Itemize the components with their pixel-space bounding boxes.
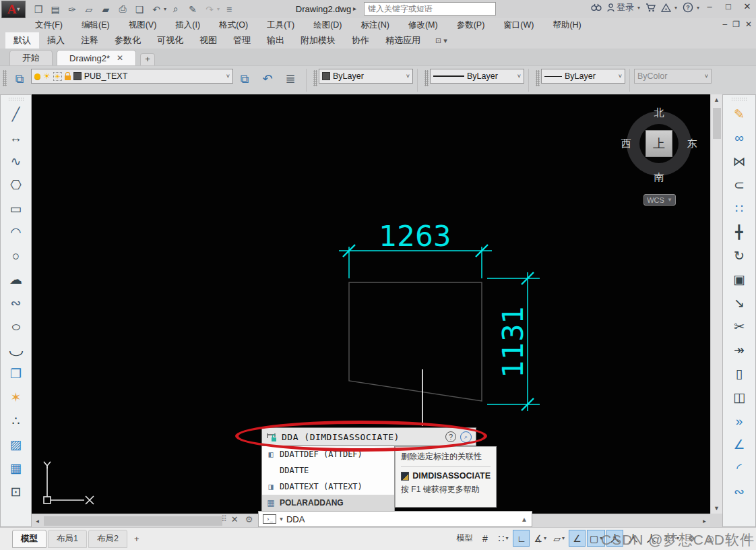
polyline-tool[interactable]: ∿ bbox=[3, 150, 29, 173]
toolbar-drag-handle[interactable] bbox=[731, 97, 747, 101]
horizontal-scroll-thumb[interactable] bbox=[44, 516, 222, 526]
ribbon-tab-parametric[interactable]: 参数化 bbox=[106, 32, 149, 49]
undo-caret-icon[interactable]: ▾ bbox=[164, 6, 166, 12]
scroll-left-icon[interactable]: ◂ bbox=[32, 518, 43, 524]
redo-caret-icon[interactable]: ▾ bbox=[217, 6, 220, 12]
ribbon-tab-collaborate[interactable]: 协作 bbox=[344, 32, 377, 49]
polygon-tool[interactable]: ⎔ bbox=[3, 173, 29, 197]
ribbon-tab-insert[interactable]: 插入 bbox=[39, 32, 73, 49]
rectangle-tool[interactable]: ▭ bbox=[3, 197, 29, 220]
annotation-visibility-icon[interactable]: 人 bbox=[606, 530, 623, 547]
close-button[interactable]: ✕ bbox=[741, 1, 753, 11]
point-tool[interactable]: ∴ bbox=[3, 409, 29, 433]
lineweight-caret-icon[interactable]: ˅ bbox=[619, 73, 622, 80]
erase-tool[interactable]: ✎ bbox=[726, 102, 752, 126]
layer-properties-icon[interactable]: ≣ bbox=[279, 69, 302, 89]
blend-curves-tool[interactable]: ∾ bbox=[726, 480, 752, 503]
menu-help[interactable]: 帮助(H) bbox=[553, 20, 581, 31]
menu-insert[interactable]: 插入(I) bbox=[175, 20, 200, 31]
iso-caret-icon[interactable]: ▾ bbox=[562, 535, 565, 541]
suggestion-ddattdef[interactable]: ◧ DDATTDEF (ATTDEF) bbox=[262, 446, 394, 462]
sign-in-caret-icon[interactable]: ▾ bbox=[637, 5, 640, 11]
menu-parametric[interactable]: 参数(P) bbox=[457, 20, 485, 31]
app-store-cart-icon[interactable] bbox=[645, 3, 656, 12]
ribbon-tab-visualize[interactable]: 可视化 bbox=[149, 32, 191, 49]
model-paper-toggle[interactable]: 模型 bbox=[453, 530, 475, 547]
circle-tool[interactable]: ○ bbox=[3, 244, 29, 268]
open-from-mobile-icon[interactable]: ▱ bbox=[82, 3, 96, 16]
isolate-layer-icon[interactable]: ⧉ bbox=[233, 69, 256, 89]
app-menu-button[interactable]: A▾ bbox=[1, 1, 26, 18]
command-bar-customize-icon[interactable]: ⚙ bbox=[245, 514, 253, 524]
chamfer-tool[interactable]: ∠ bbox=[726, 433, 752, 456]
vertical-scroll-thumb[interactable] bbox=[713, 108, 721, 139]
line-tool[interactable]: ╱ bbox=[3, 102, 29, 126]
elliptical-arc-tool[interactable]: ◡ bbox=[0, 338, 34, 362]
command-history-icon[interactable]: ▲ bbox=[521, 516, 528, 523]
command-suggestion-selected[interactable]: DDA (DIMDISASSOCIATE) ? ⌕ bbox=[261, 427, 476, 446]
lineweight-dropdown[interactable]: ByLayer ˅ bbox=[541, 69, 625, 84]
menu-format[interactable]: 格式(O) bbox=[219, 20, 248, 31]
linetype-caret-icon[interactable]: ˅ bbox=[517, 73, 521, 80]
layer-panel-icon[interactable]: ⧉ bbox=[8, 69, 31, 89]
ribbon-tab-featured-apps[interactable]: 精选应用 bbox=[377, 32, 429, 49]
help-caret-icon[interactable]: ▾ bbox=[697, 5, 699, 11]
toolbar-grip[interactable] bbox=[424, 70, 429, 86]
extend-tool[interactable]: ↠ bbox=[726, 338, 752, 362]
sign-in-button[interactable]: 登录 bbox=[607, 1, 634, 13]
array-tool[interactable]: ∷ bbox=[726, 197, 752, 220]
undo-icon[interactable]: ↶ bbox=[149, 3, 164, 16]
menu-tools[interactable]: 工具(T) bbox=[267, 20, 294, 31]
spline-tool[interactable]: ∾ bbox=[3, 291, 29, 315]
open-file-icon[interactable]: ❒ bbox=[31, 3, 46, 16]
page-edit-icon[interactable]: ✎ bbox=[185, 3, 200, 16]
dimension-1263-text[interactable]: 1263 bbox=[379, 220, 451, 253]
object-snap-icon[interactable]: ▢▾ bbox=[587, 530, 605, 547]
qat-customize-icon[interactable]: ≡ bbox=[222, 3, 237, 16]
viewcube-top-face[interactable]: 上 bbox=[645, 130, 672, 157]
scroll-up-icon[interactable]: ▲ bbox=[714, 94, 720, 105]
customization-icon[interactable]: ≡ bbox=[738, 530, 755, 547]
menu-file[interactable]: 文件(F) bbox=[35, 20, 63, 31]
viewcube-north-label[interactable]: 北 bbox=[654, 106, 664, 119]
construction-line-tool[interactable]: ↔ bbox=[3, 126, 29, 150]
isometric-drafting-icon[interactable]: ▱▾ bbox=[550, 530, 567, 547]
dimension-1131-text[interactable]: 1131 bbox=[497, 306, 530, 378]
redo-icon[interactable]: ↷ bbox=[202, 3, 217, 16]
suggestion-polaraddang[interactable]: ▦ POLARADDANG bbox=[262, 495, 394, 511]
scroll-right-icon[interactable]: ▸ bbox=[699, 518, 710, 524]
layout-tab-layout2[interactable]: 布局2 bbox=[88, 530, 127, 548]
ribbon-minimize-toggle[interactable]: ⊡ ▾ bbox=[435, 32, 447, 49]
command-help-icon[interactable]: ? bbox=[445, 431, 456, 442]
apps-caret-icon[interactable]: ▾ bbox=[674, 5, 677, 11]
menu-modify[interactable]: 修改(M) bbox=[408, 20, 438, 31]
stretch-tool[interactable]: ↘ bbox=[726, 291, 752, 315]
save-to-mobile-icon[interactable]: ▰ bbox=[98, 3, 113, 16]
file-tab-drawing2[interactable]: Drawing2* ✕ bbox=[57, 50, 136, 65]
save-as-icon[interactable]: ✑ bbox=[65, 3, 80, 16]
maximize-button[interactable]: □ bbox=[722, 1, 734, 11]
layer-previous-icon[interactable]: ↶ bbox=[256, 69, 279, 89]
search-flyout-icon[interactable]: ▸ bbox=[353, 5, 356, 12]
annotation-scale-icon[interactable]: 人 bbox=[643, 530, 660, 547]
menu-view[interactable]: 视图(V) bbox=[129, 20, 157, 31]
new-drawing-icon[interactable]: ❏ bbox=[132, 3, 147, 16]
layer-on-icon[interactable] bbox=[34, 73, 40, 80]
layer-vp-freeze-icon[interactable]: ☀ bbox=[53, 72, 62, 81]
snap-mode-icon[interactable]: ∷▾ bbox=[495, 530, 511, 547]
arc-tool[interactable]: ◠ bbox=[3, 220, 29, 244]
revision-cloud-tool[interactable]: ☁ bbox=[3, 268, 29, 291]
annotation-monitor-icon[interactable]: ◎ bbox=[701, 530, 718, 547]
doc-close-button[interactable]: ✕ bbox=[745, 20, 752, 29]
scale-caret-icon[interactable]: ▾ bbox=[676, 535, 679, 541]
color-caret-icon[interactable]: ˅ bbox=[406, 73, 410, 80]
new-tab-button[interactable]: + bbox=[140, 53, 155, 65]
layout-tab-model[interactable]: 模型 bbox=[12, 530, 46, 548]
linetype-dropdown[interactable]: ByLayer ˅ bbox=[430, 69, 524, 84]
suggestion-ddatte[interactable]: DDATTE bbox=[262, 462, 394, 479]
menu-window[interactable]: 窗口(W) bbox=[503, 20, 534, 31]
break-tool[interactable]: ◫ bbox=[726, 386, 752, 409]
polar-caret-icon[interactable]: ▾ bbox=[544, 535, 546, 541]
snap-caret-icon[interactable]: ▾ bbox=[505, 535, 508, 541]
recent-commands-caret-icon[interactable]: ▾ bbox=[280, 516, 283, 522]
